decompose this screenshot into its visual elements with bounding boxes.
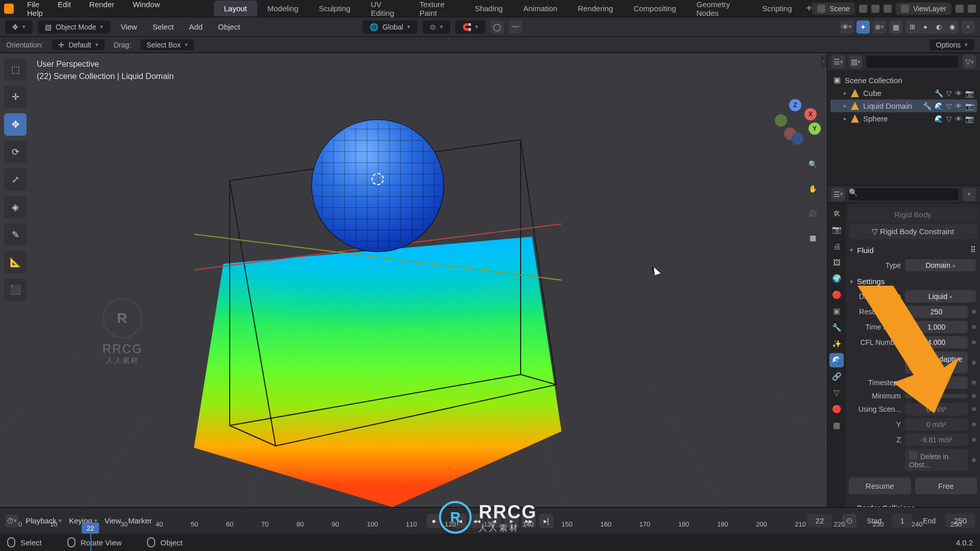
select-menu[interactable]: Select — [148, 22, 179, 31]
tab-texture[interactable]: ▦ — [829, 418, 844, 433]
render-icon[interactable]: 📷 — [965, 102, 974, 110]
anim-dot[interactable] — [972, 438, 976, 442]
physics-icon[interactable]: 🌊 — [935, 115, 943, 123]
mode-selector[interactable]: ▧ Object Mode ▾ — [38, 20, 110, 34]
rigid-body-constraint-button[interactable]: ▽ Rigid Body Constraint — [849, 224, 977, 239]
tool-rotate[interactable]: ⟳ — [4, 141, 27, 163]
tool-select-box[interactable]: ⬚ — [4, 58, 27, 81]
delete-obst-checkbox[interactable]: Delete in Obst... — [905, 449, 968, 471]
tab-object[interactable]: ▣ — [829, 304, 844, 318]
region-toggle[interactable]: ‹ — [821, 55, 827, 67]
mesh-data-icon[interactable]: ▽ — [946, 115, 952, 123]
physics-icon[interactable]: 🌊 — [935, 102, 943, 110]
viewlayer-selector[interactable]: ViewLayer — [896, 3, 951, 15]
tool-move[interactable]: ✥ — [4, 113, 27, 136]
tab-uv-editing[interactable]: UV Editing — [360, 0, 409, 21]
gizmo-toggle[interactable]: ✦ — [856, 20, 870, 34]
props-editor-type[interactable]: ☰▾ — [831, 188, 845, 201]
scene-selector[interactable]: Scene — [812, 3, 855, 15]
tab-output[interactable]: 🖨 — [829, 239, 844, 253]
scene-browse-icon[interactable] — [859, 5, 867, 13]
shading-options[interactable]: ▾ — [962, 20, 975, 34]
mesh-data-icon[interactable]: ▽ — [946, 89, 952, 97]
tab-animation[interactable]: Animation — [513, 1, 568, 16]
menu-file[interactable]: File — [27, 0, 39, 9]
shading-matprev[interactable]: ◐ — [932, 20, 945, 34]
menu-edit[interactable]: Edit — [58, 0, 71, 9]
add-menu[interactable]: Add — [184, 22, 208, 31]
tab-physics[interactable]: 🌊 — [829, 353, 844, 367]
tool-annotate[interactable]: ✎ — [4, 223, 27, 246]
proportional-falloff[interactable]: 〰 — [509, 20, 522, 34]
props-options[interactable]: ▾ — [963, 188, 976, 201]
orientation-dropdown[interactable]: ✛ Default ▾ — [52, 39, 104, 51]
axis-neg-y[interactable] — [775, 114, 787, 127]
editor-type-selector[interactable]: ✥▾ — [5, 20, 33, 34]
tab-data[interactable]: ▽ — [829, 386, 844, 400]
anim-dot[interactable] — [972, 407, 976, 411]
min-value[interactable] — [905, 394, 968, 398]
axis-neg-z[interactable] — [791, 133, 803, 145]
adaptive-checkbox[interactable]: Use Adaptive ... — [905, 352, 968, 373]
viewlayer-delete-icon[interactable] — [968, 5, 976, 13]
tab-tool[interactable]: 🛠 — [829, 206, 844, 220]
free-bake-button[interactable]: Free — [915, 478, 977, 494]
playhead[interactable]: 22 — [82, 522, 99, 534]
disclosure-icon[interactable]: ▸ — [844, 90, 847, 96]
anim-dot[interactable] — [972, 325, 976, 329]
tab-layout[interactable]: Layout — [214, 1, 257, 16]
camera-icon[interactable]: 🎥 — [803, 204, 822, 222]
menu-help[interactable]: Help — [27, 9, 43, 17]
tool-measure[interactable]: 📐 — [4, 251, 27, 273]
outliner-item-cube[interactable]: ▸ Cube 🔧▽👁📷 — [830, 87, 977, 99]
visibility-menu[interactable]: 👁▾ — [840, 20, 853, 34]
tab-rendering[interactable]: Rendering — [568, 1, 623, 16]
tab-world[interactable]: 🔴 — [829, 288, 844, 302]
type-value[interactable]: Domain ▾ — [905, 259, 976, 271]
anim-dot[interactable] — [972, 422, 976, 427]
eye-icon[interactable]: 👁 — [955, 115, 962, 123]
mesh-data-icon[interactable]: ▽ — [946, 102, 952, 110]
eye-icon[interactable]: 👁 — [955, 89, 962, 97]
tab-modeling[interactable]: Modeling — [257, 1, 309, 16]
object-menu[interactable]: Object — [213, 22, 245, 31]
tool-scale[interactable]: ⤢ — [4, 168, 27, 191]
timescale-value[interactable]: 1.000 — [905, 321, 968, 333]
domain-type-value[interactable]: Liquid ▾ — [905, 290, 976, 303]
outliner-search[interactable] — [866, 56, 959, 68]
drag-dropdown[interactable]: Select Box ▾ — [140, 39, 194, 51]
xray-toggle[interactable]: ▦ — [889, 20, 902, 34]
viewlayer-new-icon[interactable] — [955, 5, 964, 13]
scene-delete-icon[interactable] — [884, 5, 892, 13]
tab-scripting[interactable]: Scripting — [752, 1, 802, 16]
snap-toggle[interactable]: 🧲▾ — [455, 20, 485, 34]
rigid-body-button[interactable]: Rigid Body — [849, 207, 977, 222]
shading-rendered[interactable]: ◉ — [945, 20, 959, 34]
ortho-icon[interactable]: ▦ — [803, 229, 822, 247]
tab-scene[interactable]: 🌍 — [829, 271, 844, 286]
overlay-toggle[interactable]: ⊕▾ — [873, 20, 886, 34]
tab-modifiers[interactable]: 🔧 — [829, 320, 844, 335]
anim-dot[interactable] — [972, 310, 976, 314]
fluid-panel-header[interactable]: ▾ Fluid ⠿ — [849, 241, 977, 258]
scene-new-icon[interactable] — [871, 5, 879, 13]
settings-panel-header[interactable]: ▾ Settings — [849, 273, 977, 289]
tab-viewlayer[interactable]: 🖼 — [829, 255, 844, 269]
modifier-icon[interactable]: 🔧 — [923, 102, 932, 110]
options-dropdown[interactable]: Options ▾ — [930, 39, 974, 51]
anim-dot[interactable] — [972, 458, 976, 462]
3d-viewport[interactable]: ⬚ ✛ ✥ ⟳ ⤢ ◈ ✎ 📐 ⬛ User Perspective (22) … — [0, 53, 827, 507]
outliner-item-liquid-domain[interactable]: ▸ Liquid Domain 🔧🌊▽👁📷 — [830, 99, 977, 112]
resume-bake-button[interactable]: Resume — [849, 478, 911, 494]
tab-compositing[interactable]: Compositing — [623, 1, 686, 16]
menu-window[interactable]: Window — [133, 0, 160, 9]
axis-x[interactable]: X — [804, 108, 817, 120]
tab-constraints[interactable]: 🔗 — [829, 369, 844, 384]
outliner-view-menu[interactable]: ▥▾ — [849, 55, 862, 68]
pivot-point[interactable]: ⊙▾ — [423, 20, 450, 34]
axis-y[interactable]: Y — [808, 122, 821, 135]
pan-icon[interactable]: ✋ — [803, 180, 822, 198]
tab-shading[interactable]: Shading — [464, 1, 513, 16]
disclosure-icon[interactable]: ▸ — [844, 115, 847, 122]
tab-geometry-nodes[interactable]: Geometry Nodes — [687, 0, 752, 21]
